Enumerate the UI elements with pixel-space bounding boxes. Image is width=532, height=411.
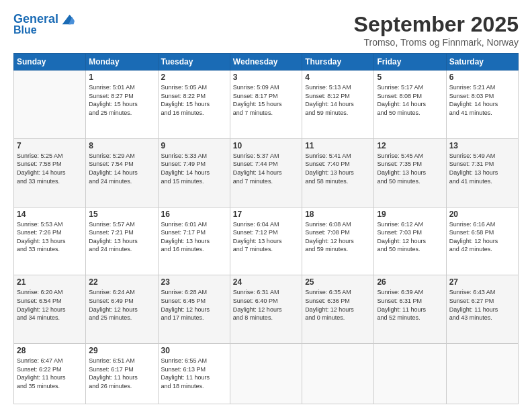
calendar-cell: 30Sunrise: 6:55 AM Sunset: 6:13 PM Dayli… (158, 344, 230, 404)
day-number: 13 (449, 141, 515, 150)
calendar-cell (446, 344, 518, 404)
calendar-cell: 14Sunrise: 5:53 AM Sunset: 7:26 PM Dayli… (14, 207, 86, 275)
cell-content: Sunrise: 5:05 AM Sunset: 8:22 PM Dayligh… (161, 83, 227, 117)
cell-content: Sunrise: 5:33 AM Sunset: 7:49 PM Dayligh… (161, 152, 227, 185)
cell-content: Sunrise: 5:21 AM Sunset: 8:03 PM Dayligh… (449, 83, 515, 117)
weekday-header-tuesday: Tuesday (158, 54, 230, 71)
calendar-cell: 4Sunrise: 5:13 AM Sunset: 8:12 PM Daylig… (302, 71, 374, 139)
day-number: 7 (17, 141, 83, 150)
day-number: 12 (377, 141, 443, 150)
calendar-week-row: 7Sunrise: 5:25 AM Sunset: 7:58 PM Daylig… (14, 138, 519, 207)
day-number: 18 (305, 210, 371, 219)
calendar-cell: 1Sunrise: 5:01 AM Sunset: 8:27 PM Daylig… (86, 71, 158, 139)
calendar-cell: 16Sunrise: 6:01 AM Sunset: 7:17 PM Dayli… (158, 207, 230, 275)
weekday-header-row: SundayMondayTuesdayWednesdayThursdayFrid… (14, 54, 519, 71)
calendar-week-row: 21Sunrise: 6:20 AM Sunset: 6:54 PM Dayli… (14, 275, 519, 344)
cell-content: Sunrise: 5:13 AM Sunset: 8:12 PM Dayligh… (305, 83, 371, 117)
day-number: 4 (305, 73, 371, 82)
calendar-cell: 18Sunrise: 6:08 AM Sunset: 7:08 PM Dayli… (302, 207, 374, 275)
cell-content: Sunrise: 6:51 AM Sunset: 6:17 PM Dayligh… (89, 357, 154, 390)
day-number: 30 (161, 346, 227, 355)
calendar-cell: 27Sunrise: 6:43 AM Sunset: 6:27 PM Dayli… (446, 275, 518, 344)
weekday-header-friday: Friday (374, 54, 446, 71)
day-number: 9 (161, 141, 227, 150)
cell-content: Sunrise: 6:55 AM Sunset: 6:13 PM Dayligh… (161, 357, 227, 390)
day-number: 25 (305, 277, 371, 287)
day-number: 2 (161, 73, 227, 82)
day-number: 11 (305, 141, 371, 150)
day-number: 1 (89, 73, 154, 82)
cell-content: Sunrise: 6:28 AM Sunset: 6:45 PM Dayligh… (161, 288, 227, 322)
calendar-cell: 21Sunrise: 6:20 AM Sunset: 6:54 PM Dayli… (14, 275, 86, 344)
day-number: 20 (449, 210, 515, 219)
calendar-cell: 8Sunrise: 5:29 AM Sunset: 7:54 PM Daylig… (86, 138, 158, 207)
logo-text-blue: Blue (13, 24, 37, 36)
day-number: 3 (233, 73, 299, 82)
calendar-cell: 25Sunrise: 6:35 AM Sunset: 6:36 PM Dayli… (302, 275, 374, 344)
title-block: September 2025 Tromso, Troms og Finnmark… (354, 12, 519, 48)
calendar-week-row: 1Sunrise: 5:01 AM Sunset: 8:27 PM Daylig… (14, 71, 519, 139)
cell-content: Sunrise: 5:41 AM Sunset: 7:40 PM Dayligh… (305, 152, 371, 185)
weekday-header-thursday: Thursday (302, 54, 374, 71)
day-number: 17 (233, 210, 299, 219)
cell-content: Sunrise: 6:47 AM Sunset: 6:22 PM Dayligh… (17, 357, 83, 390)
logo: General Blue (13, 12, 75, 36)
cell-content: Sunrise: 6:31 AM Sunset: 6:40 PM Dayligh… (233, 288, 299, 322)
day-number: 5 (377, 73, 443, 82)
cell-content: Sunrise: 5:57 AM Sunset: 7:21 PM Dayligh… (89, 220, 154, 254)
cell-content: Sunrise: 5:53 AM Sunset: 7:26 PM Dayligh… (17, 220, 83, 254)
header: General Blue September 2025 Tromso, Trom… (13, 12, 519, 48)
weekday-header-sunday: Sunday (14, 54, 86, 71)
day-number: 19 (377, 210, 443, 219)
cell-content: Sunrise: 5:09 AM Sunset: 8:17 PM Dayligh… (233, 83, 299, 117)
cell-content: Sunrise: 6:39 AM Sunset: 6:31 PM Dayligh… (377, 288, 443, 322)
day-number: 22 (89, 277, 154, 287)
calendar-cell: 9Sunrise: 5:33 AM Sunset: 7:49 PM Daylig… (158, 138, 230, 207)
calendar-cell: 6Sunrise: 5:21 AM Sunset: 8:03 PM Daylig… (446, 71, 518, 139)
cell-content: Sunrise: 5:17 AM Sunset: 8:08 PM Dayligh… (377, 83, 443, 117)
calendar-cell: 24Sunrise: 6:31 AM Sunset: 6:40 PM Dayli… (230, 275, 302, 344)
day-number: 27 (449, 277, 515, 287)
calendar-cell (230, 344, 302, 404)
weekday-header-wednesday: Wednesday (230, 54, 302, 71)
calendar-table: SundayMondayTuesdayWednesdayThursdayFrid… (13, 53, 519, 404)
calendar-cell (302, 344, 374, 404)
weekday-header-monday: Monday (86, 54, 158, 71)
calendar-week-row: 28Sunrise: 6:47 AM Sunset: 6:22 PM Dayli… (14, 344, 519, 404)
calendar-cell: 28Sunrise: 6:47 AM Sunset: 6:22 PM Dayli… (14, 344, 86, 404)
page: General Blue September 2025 Tromso, Trom… (0, 0, 532, 411)
cell-content: Sunrise: 6:43 AM Sunset: 6:27 PM Dayligh… (449, 288, 515, 322)
cell-content: Sunrise: 6:01 AM Sunset: 7:17 PM Dayligh… (161, 220, 227, 254)
cell-content: Sunrise: 5:25 AM Sunset: 7:58 PM Dayligh… (17, 152, 83, 185)
day-number: 26 (377, 277, 443, 287)
day-number: 16 (161, 210, 227, 219)
cell-content: Sunrise: 6:12 AM Sunset: 7:03 PM Dayligh… (377, 220, 443, 254)
calendar-week-row: 14Sunrise: 5:53 AM Sunset: 7:26 PM Dayli… (14, 207, 519, 275)
calendar-cell: 17Sunrise: 6:04 AM Sunset: 7:12 PM Dayli… (230, 207, 302, 275)
calendar-cell (374, 344, 446, 404)
cell-content: Sunrise: 6:08 AM Sunset: 7:08 PM Dayligh… (305, 220, 371, 254)
calendar-cell (14, 71, 86, 139)
cell-content: Sunrise: 6:24 AM Sunset: 6:49 PM Dayligh… (89, 288, 154, 322)
month-title: September 2025 (354, 12, 519, 37)
location: Tromso, Troms og Finnmark, Norway (354, 37, 519, 48)
day-number: 29 (89, 346, 154, 355)
day-number: 21 (17, 277, 83, 287)
cell-content: Sunrise: 5:29 AM Sunset: 7:54 PM Dayligh… (89, 152, 154, 185)
day-number: 24 (233, 277, 299, 287)
calendar-cell: 5Sunrise: 5:17 AM Sunset: 8:08 PM Daylig… (374, 71, 446, 139)
day-number: 14 (17, 210, 83, 219)
cell-content: Sunrise: 5:37 AM Sunset: 7:44 PM Dayligh… (233, 152, 299, 185)
calendar-cell: 19Sunrise: 6:12 AM Sunset: 7:03 PM Dayli… (374, 207, 446, 275)
calendar-cell: 23Sunrise: 6:28 AM Sunset: 6:45 PM Dayli… (158, 275, 230, 344)
day-number: 15 (89, 210, 154, 219)
calendar-cell: 15Sunrise: 5:57 AM Sunset: 7:21 PM Dayli… (86, 207, 158, 275)
calendar-cell: 11Sunrise: 5:41 AM Sunset: 7:40 PM Dayli… (302, 138, 374, 207)
cell-content: Sunrise: 6:04 AM Sunset: 7:12 PM Dayligh… (233, 220, 299, 254)
cell-content: Sunrise: 6:20 AM Sunset: 6:54 PM Dayligh… (17, 288, 83, 322)
calendar-cell: 29Sunrise: 6:51 AM Sunset: 6:17 PM Dayli… (86, 344, 158, 404)
day-number: 23 (161, 277, 227, 287)
calendar-cell: 26Sunrise: 6:39 AM Sunset: 6:31 PM Dayli… (374, 275, 446, 344)
cell-content: Sunrise: 6:35 AM Sunset: 6:36 PM Dayligh… (305, 288, 371, 322)
day-number: 6 (449, 73, 515, 82)
